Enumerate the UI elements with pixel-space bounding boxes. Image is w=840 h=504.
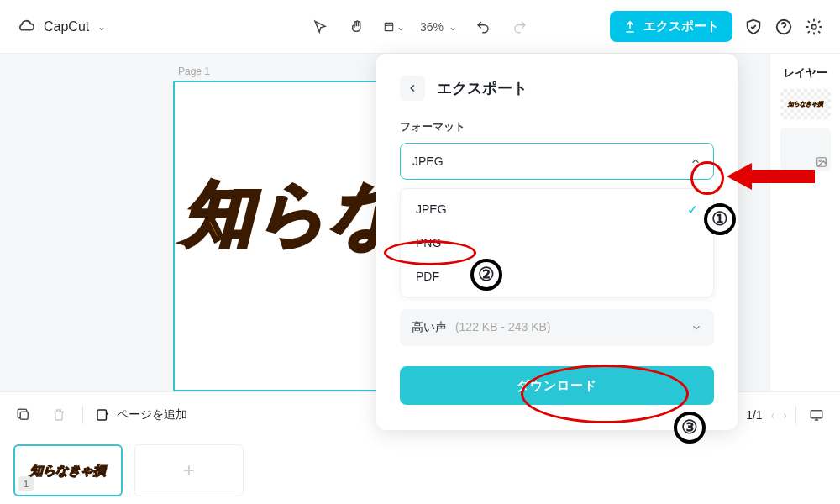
thumbnail-text: 知らなきゃ損 <box>30 463 106 479</box>
panel-title: エクスポート <box>437 78 528 98</box>
svg-rect-7 <box>811 410 822 417</box>
check-icon: ✓ <box>687 202 698 218</box>
topbar: CapCut ⌄ ⌄ 36% ⌄ エクスポート <box>0 0 840 54</box>
hand-tool[interactable] <box>346 16 368 38</box>
chevron-down-icon <box>690 322 702 333</box>
layers-title: レイヤー <box>779 66 832 81</box>
format-selected-value: JPEG <box>412 155 444 168</box>
add-page-label: ページを追加 <box>117 407 187 423</box>
cloud-icon <box>17 18 35 36</box>
present-button[interactable] <box>805 403 828 427</box>
divider <box>795 406 796 424</box>
brand-label: CapCut <box>44 19 89 34</box>
topbar-right: エクスポート <box>610 11 823 42</box>
canvas-text[interactable]: 知らな <box>183 166 403 262</box>
page-thumbnail-1[interactable]: 知らなきゃ損 1 <box>13 444 123 496</box>
export-button-label: エクスポート <box>643 18 719 34</box>
pointer-tool[interactable] <box>309 16 331 38</box>
export-button[interactable]: エクスポート <box>610 11 732 42</box>
format-option-jpeg[interactable]: JPEG ✓ <box>401 192 713 226</box>
zoom-selector[interactable]: 36% ⌄ <box>420 20 457 34</box>
layer-empty[interactable] <box>780 128 831 171</box>
brand-menu[interactable]: CapCut ⌄ <box>17 18 106 36</box>
svg-point-2 <box>811 24 816 29</box>
help-icon[interactable] <box>774 18 793 36</box>
back-button[interactable] <box>400 76 425 101</box>
add-page-button[interactable]: ページを追加 <box>95 407 187 423</box>
format-label: フォーマット <box>400 119 714 134</box>
next-page-button[interactable]: › <box>783 408 787 422</box>
undo-button[interactable] <box>472 16 494 38</box>
layers-sidebar: レイヤー 知らなきゃ損 <box>769 54 840 391</box>
zoom-value: 36% <box>420 20 444 34</box>
shield-icon[interactable] <box>744 18 763 36</box>
upload-icon <box>623 20 637 34</box>
delete-page-button[interactable] <box>47 403 71 427</box>
gear-icon[interactable] <box>805 18 823 36</box>
thumbnail-strip: 知らなきゃ損 1 + <box>0 437 840 504</box>
page-indicator: 1/1 <box>746 408 762 422</box>
frame-tool[interactable]: ⌄ <box>383 16 405 38</box>
page-plus-icon <box>95 407 110 423</box>
quality-size: (122 KB - 243 KB) <box>455 320 551 333</box>
svg-rect-6 <box>97 410 107 420</box>
duplicate-page-button[interactable] <box>12 403 35 427</box>
divider <box>82 406 83 424</box>
chevron-left-icon <box>407 82 418 94</box>
svg-rect-5 <box>20 412 28 419</box>
svg-point-4 <box>819 160 821 161</box>
prev-page-button[interactable]: ‹ <box>771 408 775 422</box>
image-icon <box>816 156 827 168</box>
format-option-png[interactable]: PNG <box>401 226 713 260</box>
svg-rect-0 <box>385 23 392 30</box>
thumbnail-number: 1 <box>18 476 34 491</box>
quality-select[interactable]: 高い声 (122 KB - 243 KB) <box>400 309 714 346</box>
pager: 1/1 ‹ › <box>746 403 828 427</box>
page-label: Page 1 <box>178 66 210 77</box>
download-label: ダウンロード <box>517 378 597 394</box>
format-dropdown: JPEG ✓ PNG PDF <box>400 188 714 297</box>
redo-button[interactable] <box>509 16 531 38</box>
format-select[interactable]: JPEG <box>400 143 714 180</box>
quality-value: 高い声 <box>412 320 447 333</box>
download-button[interactable]: ダウンロード <box>400 366 714 405</box>
chevron-down-icon: ⌄ <box>449 21 457 33</box>
layer-thumb-1[interactable]: 知らなきゃ損 <box>780 89 831 119</box>
export-panel: エクスポート フォーマット JPEG JPEG ✓ PNG PDF 高い声 (1… <box>376 54 738 430</box>
chevron-down-icon: ⌄ <box>97 21 106 33</box>
toolbar-center: ⌄ 36% ⌄ <box>309 16 531 38</box>
chevron-up-icon <box>690 155 701 167</box>
add-page-thumb[interactable]: + <box>134 444 244 496</box>
format-option-pdf[interactable]: PDF <box>401 260 713 293</box>
